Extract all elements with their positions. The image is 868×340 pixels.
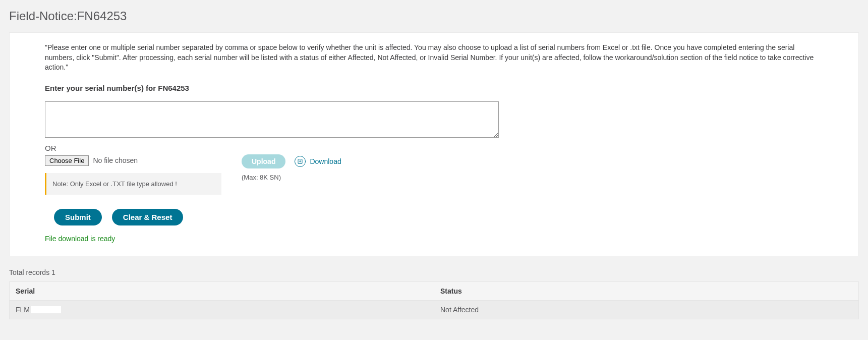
file-type-note: Note: Only Excel or .TXT file type allow… bbox=[45, 173, 221, 195]
table-row: FLM Not Affected bbox=[10, 300, 859, 319]
status-cell: Not Affected bbox=[434, 300, 859, 319]
choose-file-button[interactable]: Choose File bbox=[45, 155, 89, 166]
no-file-chosen-text: No file chosen bbox=[93, 156, 138, 164]
download-link[interactable]: Download bbox=[295, 156, 341, 167]
download-link-text: Download bbox=[310, 157, 341, 165]
upload-button[interactable]: Upload bbox=[242, 154, 285, 168]
download-ready-status: File download is ready bbox=[45, 235, 823, 243]
column-header-serial: Serial bbox=[10, 281, 434, 300]
submit-button[interactable]: Submit bbox=[54, 209, 102, 225]
download-icon bbox=[295, 156, 306, 167]
total-records-label: Total records 1 bbox=[9, 268, 859, 276]
redacted-serial-icon bbox=[31, 306, 61, 313]
clear-reset-button[interactable]: Clear & Reset bbox=[112, 209, 184, 225]
instructions-text: "Please enter one or multiple serial num… bbox=[45, 43, 823, 73]
main-card: "Please enter one or multiple serial num… bbox=[9, 32, 859, 256]
results-table: Serial Status FLM Not Affected bbox=[9, 281, 859, 319]
or-divider-text: OR bbox=[45, 144, 823, 152]
serial-textarea[interactable] bbox=[45, 101, 499, 138]
column-header-status: Status bbox=[434, 281, 859, 300]
serial-cell: FLM bbox=[10, 300, 434, 319]
serial-prefix: FLM bbox=[16, 306, 30, 314]
page-title: Field-Notice:FN64253 bbox=[9, 9, 859, 23]
max-sn-note: (Max: 8K SN) bbox=[242, 174, 341, 181]
serial-input-label: Enter your serial number(s) for FN64253 bbox=[45, 84, 823, 92]
